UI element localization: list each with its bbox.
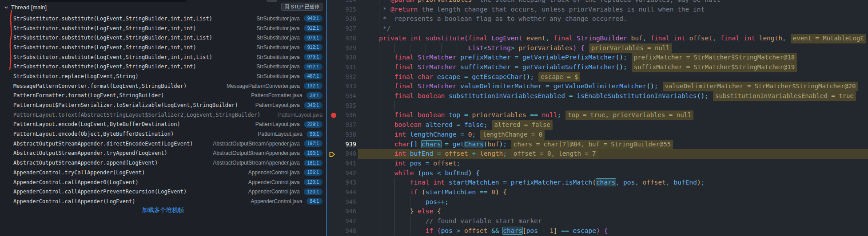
frame-file: AppenderControl.java xyxy=(248,169,300,176)
line-number[interactable]: 934 xyxy=(327,91,356,101)
frame-file: StrSubstitutor.java xyxy=(256,63,299,70)
frame-method: StrSubstitutor.substitute(LogEvent,Strin… xyxy=(13,25,196,31)
frame-file: StrSubstitutor.java xyxy=(256,35,299,41)
line-number[interactable]: 927 xyxy=(327,24,356,34)
stack-frame[interactable]: AppenderControl.callAppender0(LogEvent)A… xyxy=(0,177,326,187)
stack-frame[interactable]: AppenderControl.callAppenderPreventRecur… xyxy=(0,187,326,197)
stack-frame[interactable]: PatternLayout.toText(AbstractStringLayou… xyxy=(0,110,326,120)
line-number[interactable]: 942 xyxy=(327,169,356,178)
stack-frame[interactable]: MessagePatternConverter.format(LogEvent,… xyxy=(0,81,326,91)
code-line[interactable]: 928 private int substitute(final LogEven… xyxy=(327,34,868,43)
frame-line-badge: 229:1 xyxy=(304,121,323,128)
line-number[interactable]: 943 xyxy=(327,178,356,188)
stack-frame[interactable]: PatternFormatter.format(LogEvent,StringB… xyxy=(0,91,326,101)
line-number[interactable]: 933 xyxy=(327,82,356,91)
line-number[interactable]: 940 xyxy=(327,149,356,159)
stack-frame[interactable]: StrSubstitutor.substitute(LogEvent,Strin… xyxy=(0,24,326,33)
line-number[interactable]: 941 xyxy=(327,159,356,169)
code-line[interactable]: 936 final boolean top = priorVariables =… xyxy=(327,110,868,120)
line-number[interactable]: 936 xyxy=(327,110,356,120)
debug-inline-value: suffixMatcher = StrMatcher$StringMatcher… xyxy=(632,63,797,72)
stack-frame[interactable]: AppenderControl.tryCallAppender(LogEvent… xyxy=(0,168,326,177)
code-line[interactable]: 942 while (pos < bufEnd) { xyxy=(327,169,868,178)
line-number[interactable]: 935 xyxy=(327,101,356,111)
code-line[interactable]: 933 final StrMatcher valueDelimiterMatch… xyxy=(327,82,868,91)
stack-frame[interactable]: AbstractOutputStreamAppender.directEncod… xyxy=(0,139,326,149)
code-line[interactable]: 930 final StrMatcher prefixMatcher = get… xyxy=(327,53,868,63)
frame-line-badge: 84:1 xyxy=(307,198,323,205)
stack-frame[interactable]: PatternLayout.encode(LogEvent,ByteBuffer… xyxy=(0,120,326,130)
code-line[interactable]: 940 int bufEnd = offset + length;offset … xyxy=(327,149,868,159)
code-line[interactable]: 927 */ xyxy=(327,24,868,34)
code-editor[interactable]: 924 * @param priorVariables the stack ke… xyxy=(327,0,868,236)
stack-frame[interactable]: StrSubstitutor.substitute(LogEvent,Strin… xyxy=(0,14,326,24)
stack-frame[interactable]: StrSubstitutor.substitute(LogEvent,Strin… xyxy=(0,52,326,62)
line-number[interactable]: 928 xyxy=(327,34,356,43)
code-line[interactable]: 947 // found variable start marker xyxy=(327,216,868,226)
code-line[interactable]: 948 if (pos > offset && chars[pos - 1] =… xyxy=(327,226,868,236)
code-line[interactable]: 932 final char escape = getEscapeChar();… xyxy=(327,72,868,82)
code-line[interactable]: 931 final StrMatcher suffixMatcher = get… xyxy=(327,63,868,72)
line-number[interactable]: 944 xyxy=(327,188,356,197)
line-number[interactable]: 931 xyxy=(327,63,356,72)
code-line[interactable]: 939 char[] chars = getChars(buf);chars =… xyxy=(327,140,868,149)
line-number[interactable]: 948 xyxy=(327,226,356,236)
code-line[interactable]: 945 pos++; xyxy=(327,197,868,207)
code-text: boolean altered = false;altered = false xyxy=(363,120,553,130)
code-line[interactable]: 934 final boolean substitutionInVariable… xyxy=(327,91,868,101)
code-text: final char escape = getEscapeChar();esca… xyxy=(363,72,580,82)
frame-method: AbstractOutputStreamAppender.tryAppend(L… xyxy=(13,150,167,156)
frame-line-badge: 345:1 xyxy=(304,102,323,109)
load-more-stack-frames-link[interactable]: 加载多个堆栈帧 xyxy=(0,206,326,214)
line-number[interactable]: 932 xyxy=(327,72,356,82)
thread-row[interactable]: Thread [main] 因 STEP 已暂停 xyxy=(0,2,326,12)
line-number[interactable]: 947 xyxy=(327,216,356,226)
stack-frame[interactable]: AppenderControl.callAppender(LogEvent)Ap… xyxy=(0,197,326,206)
code-line[interactable]: 926 * represents a boolean flag as to wh… xyxy=(327,14,868,24)
line-number[interactable]: 946 xyxy=(327,207,356,216)
frame-method: StrSubstitutor.substitute(LogEvent,Strin… xyxy=(13,63,196,70)
line-number[interactable]: 945 xyxy=(327,197,356,207)
code-line[interactable]: 943 final int startMatchLen = prefixMatc… xyxy=(327,178,868,188)
code-text: final boolean top = priorVariables == nu… xyxy=(363,110,693,120)
stack-frame[interactable]: PatternLayout$PatternSerializer.toSerial… xyxy=(0,100,326,110)
code-line[interactable]: 929 List<String> priorVariables) {priorV… xyxy=(327,43,868,53)
frame-method: PatternLayout.encode(LogEvent,ByteBuffer… xyxy=(13,121,180,127)
code-text: int pos = offset; xyxy=(363,159,460,169)
stack-frame[interactable]: StrSubstitutor.replace(LogEvent,String)S… xyxy=(0,71,326,81)
code-text: */ xyxy=(363,24,390,34)
line-number[interactable]: 939 xyxy=(327,140,356,149)
debug-inline-value: escape = $ xyxy=(538,72,580,82)
code-line[interactable]: 924 * @param priorVariables the stack ke… xyxy=(327,0,868,5)
stack-frame[interactable]: PatternLayout.encode(Object,ByteBufferDe… xyxy=(0,129,326,139)
line-number[interactable]: 924 xyxy=(327,0,356,5)
frame-file: PatternLayout.java xyxy=(258,131,302,137)
frame-method: AppenderControl.callAppender(LogEvent) xyxy=(13,198,135,205)
code-text: * @param priorVariables the stack keepin… xyxy=(363,0,720,5)
stack-frame[interactable]: AbstractOutputStreamAppender.append(LogE… xyxy=(0,158,326,168)
code-line[interactable]: 925 * @return the length change that occ… xyxy=(327,5,868,15)
line-number[interactable]: 929 xyxy=(327,43,356,53)
stack-frame[interactable]: StrSubstitutor.substitute(LogEvent,Strin… xyxy=(0,62,326,71)
line-number[interactable]: 937 xyxy=(327,120,356,130)
debug-inline-value: lengthChange = 0 xyxy=(480,130,545,140)
frame-file: PatternLayout.java xyxy=(255,102,300,108)
stack-frame[interactable]: AbstractOutputStreamAppender.tryAppend(L… xyxy=(0,149,326,158)
code-line[interactable]: 946 } else { xyxy=(327,207,868,216)
code-line[interactable]: 944 if (startMatchLen == 0) { xyxy=(327,188,868,197)
code-line[interactable]: 937 boolean altered = false;altered = fa… xyxy=(327,120,868,130)
line-number[interactable]: 938 xyxy=(327,130,356,140)
frame-line-badge: 181:1 xyxy=(304,160,323,166)
call-stack-panel: Thread [main] 因 STEP 已暂停 StrSubstitutor.… xyxy=(0,0,326,236)
line-number[interactable]: 925 xyxy=(327,5,356,15)
frame-line-badge: 129:1 xyxy=(304,179,323,185)
line-number[interactable]: 926 xyxy=(327,14,356,24)
frame-method: StrSubstitutor.replace(LogEvent,String) xyxy=(13,73,139,79)
stack-frame[interactable]: StrSubstitutor.substitute(LogEvent,Strin… xyxy=(0,33,326,43)
line-number[interactable]: 930 xyxy=(327,53,356,63)
code-line[interactable]: 941 int pos = offset; xyxy=(327,159,868,169)
code-line[interactable]: 938 int lengthChange = 0;lengthChange = … xyxy=(327,130,868,140)
stack-frame[interactable]: StrSubstitutor.substitute(LogEvent,Strin… xyxy=(0,43,326,52)
frame-line-badge: 197:1 xyxy=(304,140,323,147)
code-line[interactable]: 935 xyxy=(327,101,868,111)
